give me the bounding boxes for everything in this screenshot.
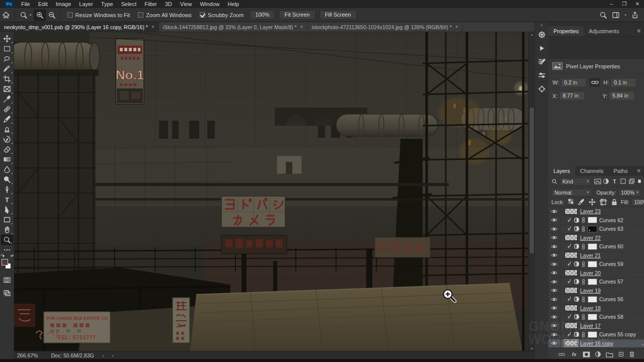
checkbox-zoom-all-windows[interactable]: Zoom All Windows — [138, 12, 191, 18]
color-swatches[interactable]: ⇄ — [1, 257, 14, 272]
layer-name[interactable]: Curves 58 — [599, 314, 623, 320]
dodge-tool[interactable] — [1, 174, 13, 185]
document-tab-3[interactable]: istockphoto-472113650-1024x1024.jpg @ 13… — [307, 22, 462, 32]
close-button[interactable]: ✕ — [631, 0, 644, 8]
visibility-toggle[interactable] — [548, 234, 560, 242]
search-icon[interactable] — [599, 11, 607, 19]
layer-name[interactable]: Curves 62 — [599, 217, 623, 223]
default-colors-icon[interactable] — [1, 254, 5, 257]
checkbox-box[interactable] — [67, 12, 73, 18]
adjustments-wheel-panel-button[interactable] — [535, 28, 549, 42]
zoom-tool[interactable] — [1, 235, 13, 245]
tab-paths[interactable]: Paths — [609, 166, 633, 176]
visibility-toggle[interactable] — [548, 339, 560, 348]
mask-thumbnail[interactable] — [588, 226, 597, 232]
fill-screen-button[interactable]: Fill Screen — [319, 10, 357, 20]
layer-row-layer-17[interactable]: Layer 17 — [548, 322, 644, 331]
mask-thumbnail[interactable] — [588, 331, 597, 338]
rectangular-marquee-tool[interactable] — [1, 44, 13, 54]
type-tool[interactable]: T — [1, 195, 13, 205]
tool-presets-panel-button[interactable] — [535, 69, 549, 82]
type-filter-button[interactable]: T — [611, 178, 618, 185]
chevron-down-icon[interactable]: ▾ — [30, 13, 32, 17]
collapse-dock-icon[interactable]: « — [540, 22, 543, 28]
visibility-toggle[interactable] — [548, 304, 560, 313]
visibility-toggle[interactable] — [548, 251, 560, 260]
layer-thumbnail[interactable] — [565, 234, 578, 241]
adjustment-thumbnail[interactable] — [573, 313, 580, 320]
brush-tool[interactable] — [1, 114, 13, 124]
visibility-toggle[interactable] — [548, 322, 560, 330]
visibility-toggle[interactable] — [548, 260, 560, 268]
visibility-toggle[interactable] — [548, 269, 560, 278]
adjustment-thumbnail[interactable] — [573, 225, 580, 232]
fit-screen-button[interactable]: Fit Screen — [279, 10, 315, 20]
checkbox-box[interactable] — [138, 12, 143, 18]
blur-tool[interactable] — [1, 164, 13, 174]
layer-row-layer-18[interactable]: Layer 18 — [548, 304, 644, 313]
menu-layer[interactable]: Layer — [75, 0, 97, 8]
eraser-tool[interactable] — [1, 144, 13, 154]
layer-name[interactable]: Layer 21 — [580, 252, 601, 258]
layer-thumbnail[interactable] — [565, 252, 578, 258]
canvas-vertical-scrollbar[interactable]: ▲ ▼ — [528, 32, 534, 351]
layer-name[interactable]: Curves 59 — [599, 261, 623, 267]
tab-properties[interactable]: Properties — [548, 26, 584, 36]
lock-artboard-button[interactable] — [599, 198, 607, 206]
menu-type[interactable]: Type — [97, 0, 117, 8]
eyedropper-tool[interactable] — [1, 94, 13, 104]
mask-thumbnail[interactable] — [588, 217, 597, 223]
adjustment-thumbnail[interactable] — [573, 217, 580, 224]
layer-name[interactable]: Curves 63 — [599, 226, 623, 232]
layer-name[interactable]: Layer 22 — [580, 235, 601, 241]
scrollbar-thumb[interactable] — [530, 108, 534, 253]
link-dimensions-button[interactable] — [590, 78, 600, 87]
opacity-field[interactable]: 100%▾ — [618, 189, 641, 197]
menu-3d[interactable]: 3D — [161, 0, 176, 8]
close-icon[interactable]: × — [300, 24, 303, 30]
close-icon[interactable]: × — [455, 24, 458, 30]
layer-row-layer-23[interactable]: Layer 23 — [548, 207, 644, 216]
checkbox-scrubby-zoom[interactable]: Scrubby Zoom — [200, 12, 244, 18]
foreground-color-swatch[interactable] — [2, 259, 8, 265]
frame-tool[interactable] — [1, 84, 13, 94]
adjustment-thumbnail[interactable] — [573, 331, 580, 338]
layer-thumbnail[interactable] — [565, 208, 578, 215]
layer-name[interactable]: Layer 16 copy — [580, 340, 613, 346]
layer-row-layer-16-copy[interactable]: Layer 16 copy — [548, 339, 644, 348]
shape-filter-button[interactable] — [619, 178, 627, 185]
layer-row-curves-55-copy[interactable]: Curves 55 copy — [548, 330, 644, 339]
zoom-in-button[interactable] — [34, 10, 46, 21]
move-tool[interactable] — [1, 34, 13, 44]
layer-row-layer-21[interactable]: Layer 21 — [548, 251, 644, 260]
panel-menu-icon[interactable]: ≡ — [634, 26, 644, 36]
visibility-toggle[interactable] — [548, 278, 560, 286]
layer-thumbnail[interactable] — [565, 305, 578, 311]
menu-view[interactable]: View — [176, 0, 196, 8]
layer-thumbnail[interactable] — [565, 322, 578, 329]
visibility-toggle[interactable] — [548, 242, 560, 251]
tab-layers[interactable]: Layers — [548, 166, 575, 176]
layer-style-fx-button[interactable]: fx — [570, 351, 578, 357]
layer-thumbnail[interactable] — [565, 287, 578, 294]
layer-name[interactable]: Curves 55 copy — [599, 331, 636, 337]
checkbox-resize-windows-to-fit[interactable]: Resize Windows to Fit — [67, 12, 130, 18]
layer-name[interactable]: Curves 56 — [599, 296, 623, 302]
visibility-toggle[interactable] — [548, 313, 560, 321]
layer-name[interactable]: Layer 18 — [580, 305, 601, 311]
visibility-toggle[interactable] — [548, 207, 560, 216]
new-layer-button[interactable] — [618, 351, 624, 357]
workspace-icon[interactable] — [612, 11, 620, 19]
menu-help[interactable]: Help — [224, 0, 244, 8]
actions-play-panel-button[interactable] — [535, 42, 549, 55]
smart-object-filter-button[interactable] — [628, 178, 635, 185]
hand-tool[interactable] — [1, 225, 13, 235]
adjustment-thumbnail[interactable] — [573, 278, 580, 285]
menu-image[interactable]: Image — [52, 0, 75, 8]
status-zoom-field[interactable]: 266.67% — [17, 352, 38, 358]
layer-thumbnail[interactable] — [565, 340, 578, 346]
lock-all-button[interactable] — [610, 198, 618, 206]
layer-name[interactable]: Layer 20 — [580, 270, 601, 276]
status-flyout-icon2[interactable]: ‹ — [112, 352, 114, 358]
document-tab-1[interactable]: neokyoto_dmp_v001.psb @ 290% (Layer 16 c… — [0, 22, 159, 32]
